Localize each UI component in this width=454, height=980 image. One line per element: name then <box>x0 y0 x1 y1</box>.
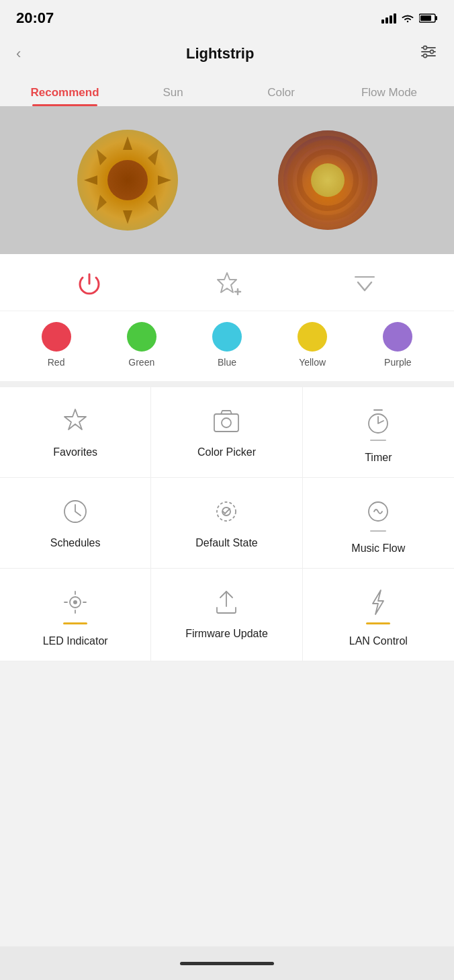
led-indicator-bar <box>63 622 87 624</box>
svg-point-37 <box>73 600 77 604</box>
status-icons <box>381 13 438 24</box>
svg-point-29 <box>222 418 231 427</box>
favorite-add-button[interactable] <box>211 268 243 300</box>
status-bar: 20:07 <box>0 0 454 34</box>
lan-control-bar <box>366 622 390 624</box>
grid-item-schedules[interactable]: Schedules <box>0 478 151 569</box>
svg-point-24 <box>300 152 356 208</box>
tab-flow-mode[interactable]: Flow Mode <box>335 86 443 106</box>
timer-label: Timer <box>365 452 392 464</box>
bottom-bar <box>0 946 454 980</box>
svg-marker-19 <box>97 149 107 165</box>
tab-sun[interactable]: Sun <box>119 86 227 106</box>
check-circle-icon <box>212 497 241 526</box>
svg-marker-18 <box>148 149 158 165</box>
favorites-label: Favorites <box>53 446 97 458</box>
wifi-icon <box>400 13 415 24</box>
swatch-dot-yellow <box>298 322 327 352</box>
color-swatches: Red Green Blue Yellow Purple <box>0 311 454 386</box>
tab-bar: Recommend Sun Color Flow Mode <box>0 74 454 106</box>
sunset-preset[interactable] <box>278 130 377 230</box>
grid-item-firmware-update[interactable]: Firmware Update <box>151 569 302 661</box>
grid-item-favorites[interactable]: Favorites <box>0 387 151 478</box>
led-indicator-label: LED Indicator <box>43 635 108 647</box>
default-state-label: Default State <box>195 537 258 549</box>
firmware-update-label: Firmware Update <box>185 628 268 640</box>
svg-rect-5 <box>435 16 437 20</box>
swatch-dot-blue <box>212 322 242 352</box>
grid-item-music-flow[interactable]: Music Flow <box>303 478 454 569</box>
page-title: Lightstrip <box>186 45 254 63</box>
home-indicator <box>180 962 274 965</box>
swatch-dot-red <box>42 322 71 352</box>
svg-point-12 <box>423 54 426 58</box>
grid-item-led-indicator[interactable]: LED Indicator <box>0 569 151 661</box>
color-red[interactable]: Red <box>42 322 71 368</box>
grid-item-color-picker[interactable]: Color Picker <box>151 387 302 478</box>
music-flow-dash <box>370 530 386 532</box>
swatch-dot-green <box>127 322 156 352</box>
star-icon <box>60 406 90 436</box>
battery-icon <box>419 13 438 24</box>
dropdown-button[interactable] <box>349 268 381 300</box>
grid-item-default-state[interactable]: Default State <box>151 478 302 569</box>
svg-rect-6 <box>420 15 431 21</box>
svg-point-11 <box>430 50 433 54</box>
lan-control-label: LAN Control <box>349 635 408 647</box>
svg-rect-0 <box>381 19 384 24</box>
schedules-label: Schedules <box>50 537 101 549</box>
header: ‹ Lightstrip <box>0 34 454 74</box>
swatch-label-purple: Purple <box>384 357 411 368</box>
svg-marker-14 <box>123 136 132 150</box>
color-picker-label: Color Picker <box>197 446 256 458</box>
swatch-label-blue: Blue <box>218 357 236 368</box>
svg-point-10 <box>423 46 426 50</box>
svg-marker-15 <box>158 175 171 185</box>
settings-icon[interactable] <box>419 42 438 65</box>
power-button[interactable] <box>73 268 105 300</box>
svg-point-22 <box>281 133 375 227</box>
color-blue[interactable]: Blue <box>212 322 242 368</box>
sun-preset[interactable] <box>77 130 178 231</box>
color-green[interactable]: Green <box>127 322 156 368</box>
controls-section <box>0 254 454 311</box>
swatch-label-green: Green <box>128 357 154 368</box>
svg-marker-17 <box>84 175 97 185</box>
color-yellow[interactable]: Yellow <box>298 322 327 368</box>
upload-icon <box>212 587 241 617</box>
back-button[interactable]: ‹ <box>16 45 21 63</box>
feature-grid: Favorites Color Picker Timer Schedules <box>0 386 454 661</box>
svg-marker-20 <box>148 195 158 211</box>
status-time: 20:07 <box>16 9 54 27</box>
timer-dash <box>370 440 386 441</box>
lightning-icon <box>363 587 393 617</box>
svg-rect-3 <box>394 13 396 24</box>
grid-item-timer[interactable]: Timer <box>303 387 454 478</box>
grid-item-lan-control[interactable]: LAN Control <box>303 569 454 661</box>
color-purple[interactable]: Purple <box>383 322 412 368</box>
camera-icon <box>212 406 241 436</box>
led-icon <box>60 587 90 617</box>
tab-recommend[interactable]: Recommend <box>11 86 119 106</box>
svg-marker-16 <box>123 210 132 224</box>
tab-color[interactable]: Color <box>227 86 335 106</box>
swatch-label-red: Red <box>48 357 65 368</box>
timer-icon <box>363 406 393 436</box>
hero-section <box>0 106 454 254</box>
clock-icon <box>60 497 90 526</box>
signal-icon <box>381 13 396 24</box>
svg-rect-1 <box>385 17 388 24</box>
music-flow-label: Music Flow <box>351 542 405 555</box>
svg-marker-21 <box>97 195 107 211</box>
music-flow-icon <box>363 497 393 526</box>
swatch-label-yellow: Yellow <box>299 357 326 368</box>
swatch-dot-purple <box>383 322 412 352</box>
svg-rect-28 <box>214 414 238 432</box>
svg-rect-2 <box>390 15 392 24</box>
